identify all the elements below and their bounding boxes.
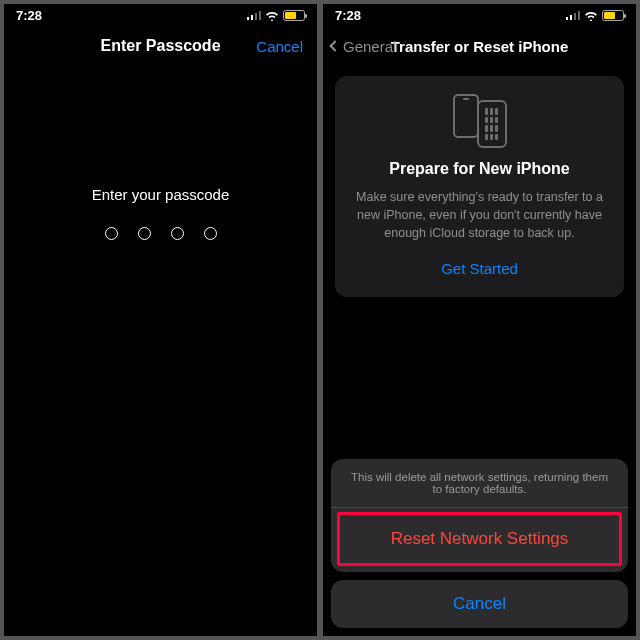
passcode-prompt: Enter your passcode — [92, 186, 230, 203]
status-indicators — [247, 10, 306, 21]
action-sheet: This will delete all network settings, r… — [331, 459, 628, 628]
wifi-icon — [584, 10, 598, 21]
back-button[interactable]: General — [331, 26, 396, 66]
status-indicators — [566, 10, 625, 21]
passcode-dots[interactable] — [105, 227, 217, 240]
battery-icon — [602, 10, 624, 21]
cancel-button[interactable]: Cancel — [256, 26, 303, 66]
content: Prepare for New iPhone Make sure everyth… — [323, 66, 636, 636]
status-time: 7:28 — [16, 8, 42, 23]
reset-network-settings-button[interactable]: Reset Network Settings — [337, 512, 622, 566]
passcode-dot — [171, 227, 184, 240]
passcode-area: Enter your passcode — [4, 66, 317, 636]
back-label: General — [343, 38, 396, 55]
status-bar: 7:28 — [4, 4, 317, 26]
nav-bar: General Transfer or Reset iPhone — [323, 26, 636, 66]
status-bar: 7:28 — [323, 4, 636, 26]
passcode-dot — [138, 227, 151, 240]
get-started-link[interactable]: Get Started — [441, 260, 518, 277]
nav-title: Transfer or Reset iPhone — [391, 38, 569, 55]
card-title: Prepare for New iPhone — [389, 160, 570, 178]
wifi-icon — [265, 10, 279, 21]
devices-icon — [453, 94, 507, 148]
action-sheet-group: This will delete all network settings, r… — [331, 459, 628, 572]
card-description: Make sure everything's ready to transfer… — [351, 188, 608, 242]
screen-passcode: 7:28 Enter Passcode Cancel Enter your pa… — [4, 4, 317, 636]
battery-icon — [283, 10, 305, 21]
passcode-dot — [204, 227, 217, 240]
nav-bar: Enter Passcode Cancel — [4, 26, 317, 66]
cellular-icon — [566, 10, 581, 20]
nav-title: Enter Passcode — [100, 37, 220, 55]
status-time: 7:28 — [335, 8, 361, 23]
prepare-card[interactable]: Prepare for New iPhone Make sure everyth… — [335, 76, 624, 297]
chevron-left-icon — [329, 40, 340, 51]
screen-transfer-reset: 7:28 General Transfer or Reset iPhone Pr… — [323, 4, 636, 636]
passcode-dot — [105, 227, 118, 240]
sheet-message: This will delete all network settings, r… — [331, 459, 628, 508]
sheet-cancel-button[interactable]: Cancel — [331, 580, 628, 628]
cellular-icon — [247, 10, 262, 20]
